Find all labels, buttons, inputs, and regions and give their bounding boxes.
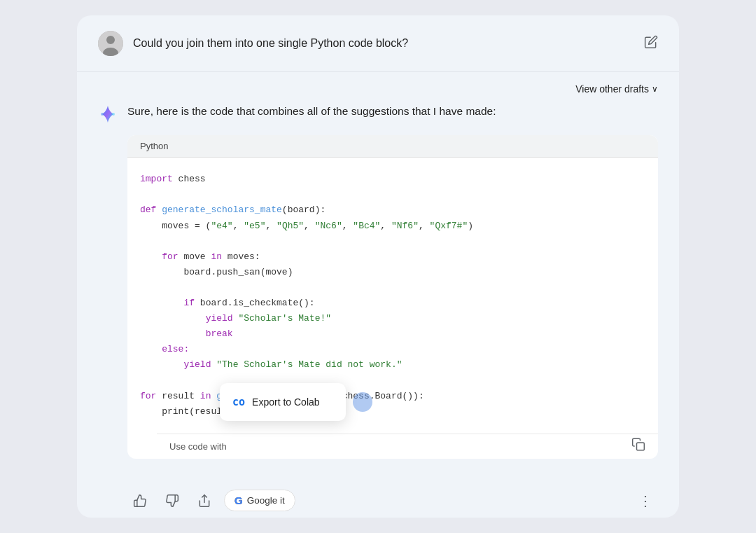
avatar [98, 31, 123, 56]
svg-point-4 [112, 113, 115, 116]
thumbs-down-button[interactable] [160, 490, 185, 512]
more-options-button[interactable]: ⋮ [633, 490, 658, 512]
code-line-10: yield "Scholar's Mate!" [140, 311, 645, 326]
code-line-12: else: [140, 342, 645, 357]
code-line-7: board.push_san(move) [140, 265, 645, 280]
code-line-3: def generate_scholars_mate(board): [140, 202, 645, 218]
gemini-icon [98, 104, 118, 124]
code-line-9: if board.is_checkmate(): [140, 296, 645, 311]
export-colab-popup: co Export to Colab [220, 383, 346, 421]
code-block-wrapper: Python import chess def generate_scholar… [127, 135, 658, 459]
code-line-16: print(result) [140, 404, 645, 420]
code-bottom-bar: Use code with co Export to Colab [157, 434, 658, 459]
ai-intro-text: Sure, here is the code that combines all… [127, 103, 496, 119]
thumbs-up-button[interactable] [127, 490, 153, 512]
code-line-11: break [140, 326, 645, 342]
code-line-2 [140, 187, 645, 202]
edit-icon[interactable] [644, 35, 658, 53]
svg-rect-5 [637, 443, 645, 450]
action-row: G Google it ⋮ [77, 484, 679, 518]
code-line-1: import chess [140, 172, 645, 187]
use-code-text: Use code with [169, 441, 227, 452]
google-it-button[interactable]: G Google it [224, 490, 295, 511]
copy-button[interactable] [631, 438, 645, 455]
export-colab-item[interactable]: co Export to Colab [220, 389, 346, 415]
code-block-header: Python [127, 135, 658, 158]
chat-container: Could you join them into one single Pyth… [77, 15, 679, 518]
chevron-down-icon: ∨ [652, 84, 658, 94]
code-block-body: import chess def generate_scholars_mate(… [127, 158, 658, 434]
google-it-label: Google it [247, 495, 285, 506]
svg-point-1 [106, 36, 115, 44]
user-message-row: Could you join them into one single Pyth… [77, 15, 679, 72]
ai-header: Sure, here is the code that combines all… [98, 103, 658, 124]
colab-icon: co [232, 396, 245, 408]
code-line-5 [140, 234, 645, 249]
code-line-8 [140, 280, 645, 296]
share-button[interactable] [192, 490, 217, 512]
export-colab-label: Export to Colab [252, 396, 320, 408]
code-line-14 [140, 373, 645, 388]
view-drafts-row: View other drafts ∨ [98, 83, 658, 95]
code-language-label: Python [140, 141, 168, 151]
code-line-13: yield "The Scholar's Mate did not work." [140, 357, 645, 373]
code-line-4: moves = ("e4", "e5", "Qh5", "Nc6", "Bc4"… [140, 219, 645, 234]
ai-response-area: View other drafts ∨ [77, 72, 679, 484]
svg-point-3 [101, 113, 104, 116]
code-line-15: for result in generate_scholars_mate(che… [140, 389, 645, 404]
view-drafts-button[interactable]: View other drafts ∨ [575, 83, 658, 95]
view-drafts-label: View other drafts [575, 83, 649, 95]
user-message-text: Could you join them into one single Pyth… [133, 37, 634, 50]
code-line-6: for move in moves: [140, 249, 645, 265]
google-g-icon: G [234, 494, 243, 506]
